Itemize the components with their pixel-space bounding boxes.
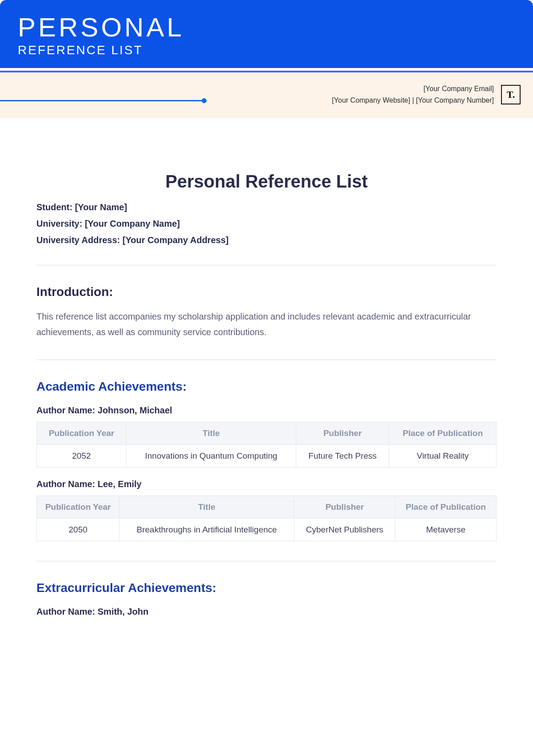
cell-place: Metaverse <box>395 519 497 541</box>
cell-place: Virtual Reality <box>389 445 497 468</box>
section-divider <box>36 265 497 265</box>
document-body: Personal Reference List Student: [Your N… <box>0 118 533 641</box>
table-header-row: Publication Year Title Publisher Place o… <box>37 422 497 445</box>
header-subtitle: REFERENCE LIST <box>18 43 515 57</box>
author-line: Author Name: Johnson, Michael <box>36 405 497 416</box>
header-banner: PERSONAL REFERENCE LIST <box>0 0 533 68</box>
author-line: Author Name: Smith, John <box>36 607 497 617</box>
col-publication-year: Publication Year <box>37 496 119 519</box>
contact-email: [Your Company Email] <box>204 83 494 95</box>
table-row: 2050 Breakthroughs in Artificial Intelli… <box>37 519 497 541</box>
cell-title: Innovations in Quantum Computing <box>126 445 296 468</box>
col-title: Title <box>126 422 296 445</box>
page-title: Personal Reference List <box>36 172 497 192</box>
col-publisher: Publisher <box>296 422 389 445</box>
meta-student: Student: [Your Name] <box>36 202 497 212</box>
academic-heading: Academic Achievements: <box>36 380 497 394</box>
cell-title: Breakthroughs in Artificial Intelligence <box>119 519 294 541</box>
section-divider <box>36 561 497 561</box>
cell-year: 2050 <box>37 519 119 541</box>
document-page: PERSONAL REFERENCE LIST [Your Company Em… <box>0 0 533 641</box>
meta-university: University: [Your Company Name] <box>36 219 497 229</box>
table-row: 2052 Innovations in Quantum Computing Fu… <box>37 445 497 468</box>
section-divider <box>36 360 497 360</box>
contact-line-2: [Your Company Website] | [Your Company N… <box>204 95 494 106</box>
extracurricular-heading: Extracurricular Achievements: <box>36 581 497 595</box>
contact-text: [Your Company Email] [Your Company Websi… <box>204 83 501 106</box>
col-publication-year: Publication Year <box>37 422 127 445</box>
meta-address: University Address: [Your Company Addres… <box>36 235 497 245</box>
brand-logo: T. <box>501 85 521 104</box>
col-place: Place of Publication <box>389 422 497 445</box>
cell-publisher: Future Tech Press <box>296 445 389 468</box>
table-header-row: Publication Year Title Publisher Place o… <box>37 496 497 519</box>
accent-rail <box>0 100 204 101</box>
cell-year: 2052 <box>37 445 127 468</box>
col-publisher: Publisher <box>294 496 395 519</box>
col-place: Place of Publication <box>395 496 497 519</box>
cell-publisher: CyberNet Publishers <box>294 519 395 541</box>
intro-text: This reference list accompanies my schol… <box>36 309 497 340</box>
brand-logo-text: T. <box>507 89 515 100</box>
author-line: Author Name: Lee, Emily <box>36 479 497 489</box>
academic-table: Publication Year Title Publisher Place o… <box>36 422 497 468</box>
academic-table: Publication Year Title Publisher Place o… <box>36 496 497 541</box>
header-title: PERSONAL <box>18 13 515 41</box>
col-title: Title <box>119 496 294 519</box>
intro-heading: Introduction: <box>36 285 497 299</box>
contact-strip: [Your Company Email] [Your Company Websi… <box>0 72 533 118</box>
